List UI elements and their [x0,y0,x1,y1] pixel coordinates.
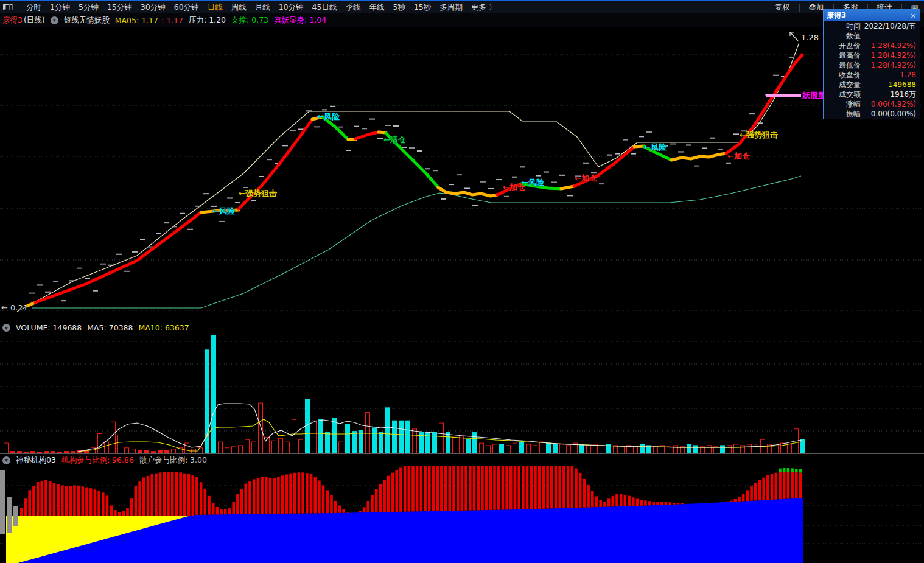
main-chart[interactable] [0,27,924,322]
quote-row: 时间2022/10/28/五 [824,21,920,31]
quote-row-value: 1.28(4.92%) [861,51,916,60]
quote-row-label: 最低价 [827,60,861,70]
volume-ma10: MA10: 63637 [139,323,189,332]
period-item[interactable]: 5分钟 [74,2,103,13]
quote-row-value: 1.28(4.92%) [861,60,916,70]
quote-row-value: 149688 [861,80,916,89]
period-item[interactable]: 更多 〉 [467,2,500,13]
support-value: 支撑: 0.73 [231,15,268,26]
quote-row-value: 1.28 [861,70,916,80]
volume-collapse-chevron-icon[interactable]: ▾ [2,324,10,332]
institution-ratio: 机构参与比例: 96.86 [61,455,134,466]
indicator-panel-name: 神秘机构03 [16,455,56,466]
period-item[interactable]: 15秒 [410,2,435,13]
quote-row-value: 2022/10/28/五 [861,21,916,31]
period-item[interactable]: 60分钟 [170,2,203,13]
period-item[interactable]: 5秒 [388,2,409,13]
period-item[interactable]: 季线 [341,2,365,13]
quote-row: 成交额1916万 [824,89,920,99]
period-item[interactable]: 日线 [203,2,227,13]
period-item[interactable]: 多周期 [435,2,467,13]
period-item[interactable]: 10分钟 [275,2,308,13]
ma5-value2: : 1.17 [161,16,183,25]
demon-value: 真妖显身: 1.04 [274,15,326,26]
stock-name[interactable]: 康得3 [2,15,23,26]
app-window: 分时1分钟5分钟15分钟30分钟60分钟日线周线月线10分钟45日线季线年线5秒… [0,0,924,563]
quote-row-value: 1916万 [861,89,916,99]
quote-row: 成交量149688 [824,80,920,89]
indicator-panel-chevron-icon[interactable]: ▾ [2,456,10,464]
quote-row-value: 0.00(0.00%) [861,109,916,119]
period-item[interactable]: 年线 [365,2,388,13]
volume-ma5: MA5: 70388 [87,323,133,332]
quote-popup-body: 时间2022/10/28/五数值开盘价1.28(4.92%)最高价1.28(4.… [824,21,920,119]
indicator-chart[interactable] [0,466,924,563]
period-toolbar: 分时1分钟5分钟15分钟30分钟60分钟日线周线月线10分钟45日线季线年线5秒… [0,1,924,13]
retail-ratio: 散户参与比例: 3.00 [139,455,207,466]
quote-row-label: 成交额 [827,89,861,99]
toolbar-left: 分时1分钟5分钟15分钟30分钟60分钟日线周线月线10分钟45日线季线年线5秒… [0,2,500,13]
quote-row-value: 0.06(4.92%) [861,99,916,109]
toolbar-action-item[interactable]: 复权 [769,2,796,13]
indicator-collapse-chevron-icon[interactable]: ▾ [51,16,58,24]
period-menu: 分时1分钟5分钟15分钟30分钟60分钟日线周线月线10分钟45日线季线年线5秒… [22,2,500,13]
quote-row-label: 收盘价 [827,70,861,80]
toolbar-divider [18,4,18,12]
ma5-value: MA05: 1.17 [115,16,158,25]
stock-info-bar: 康得3 (日线) ▾ 短线无情妖股 MA05: 1.17 : 1.17 压力: … [0,13,924,27]
quote-row: 振幅0.00(0.00%) [824,109,920,119]
quote-row-label: 振幅 [827,109,861,119]
volume-value: VOLUME: 149688 [16,323,82,332]
quote-popup-header[interactable]: 康得3 × [824,9,920,21]
quote-row-value [861,31,916,41]
quote-row-label: 时间 [827,21,861,31]
toolbar-divider [799,4,800,12]
indicator-name: 短线无情妖股 [64,15,110,26]
volume-panel-header: ▾ VOLUME: 149688 MA5: 70388 MA10: 63637 [0,322,924,334]
quote-row: 收盘价1.28 [824,70,920,80]
split-view-icon[interactable] [3,4,13,11]
quote-row: 最低价1.28(4.92%) [824,60,920,70]
pressure-value: 压力: 1.20 [189,15,226,26]
quote-popup-panel: 康得3 × 时间2022/10/28/五数值开盘价1.28(4.92%)最高价1… [823,9,920,119]
period-item[interactable]: 分时 [22,2,46,13]
quote-row: 涨幅0.06(4.92%) [824,99,920,109]
period-item[interactable]: 1分钟 [46,2,74,13]
quote-row-label: 最高价 [827,51,861,60]
quote-row-label: 成交量 [827,80,861,89]
period-item[interactable]: 月线 [251,2,275,13]
period-item[interactable]: 15分钟 [103,2,136,13]
quote-row-label: 数值 [827,31,861,41]
quote-popup-title: 康得3 [827,10,846,21]
period-item[interactable]: 45日线 [308,2,341,13]
quote-row-label: 开盘价 [827,41,861,51]
quote-row: 数值 [824,31,920,41]
quote-row: 最高价1.28(4.92%) [824,51,920,60]
indicator-panel-header: ▾ 神秘机构03 机构参与比例: 96.86 散户参与比例: 3.00 [0,454,924,466]
period-item[interactable]: 周线 [227,2,251,13]
stock-period-label: (日线) [24,15,45,26]
close-icon[interactable]: × [910,11,917,20]
quote-row: 开盘价1.28(4.92%) [824,41,920,51]
quote-row-label: 涨幅 [827,99,861,109]
quote-row-value: 1.28(4.92%) [861,41,916,51]
volume-chart[interactable] [0,334,924,454]
period-item[interactable]: 30分钟 [136,2,170,13]
